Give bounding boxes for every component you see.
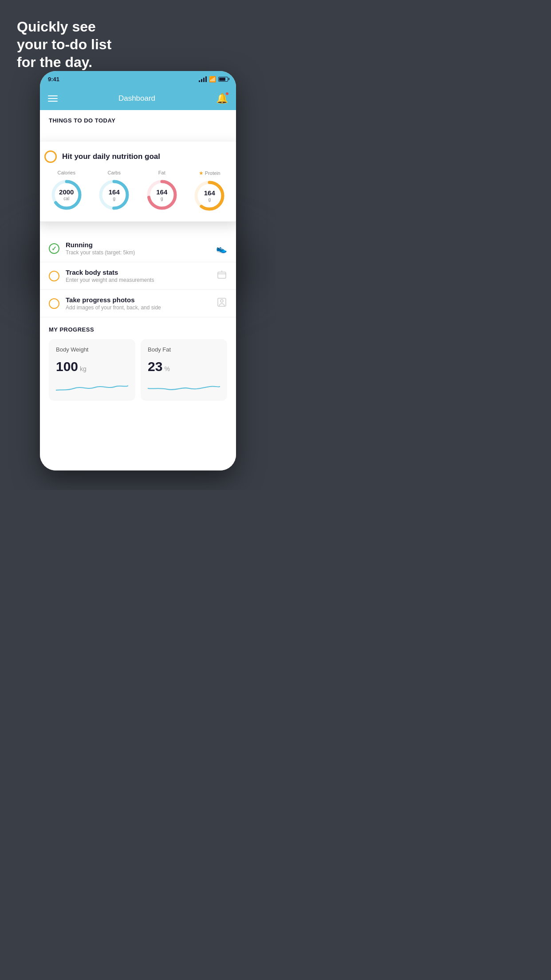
- body-stats-check-circle: [49, 271, 59, 281]
- body-fat-chart: [148, 381, 220, 394]
- carbs-donut: 164 g: [97, 178, 131, 212]
- protein-star-icon: ★: [199, 170, 204, 176]
- body-weight-value: 100: [56, 359, 78, 374]
- calories-value: 2000: [59, 189, 74, 196]
- protein-unit: g: [204, 197, 215, 202]
- progress-photos-text-block: Take progress photos Add images of your …: [66, 296, 210, 311]
- wifi-icon: 📶: [209, 76, 216, 83]
- todo-item-running[interactable]: ✓ Running Track your stats (target: 5km)…: [40, 235, 236, 262]
- phone-content: THINGS TO DO TODAY Hit your daily nutrit…: [40, 110, 236, 470]
- progress-photos-subtitle: Add images of your front, back, and side: [66, 304, 210, 311]
- running-text-block: Running Track your stats (target: 5km): [66, 241, 210, 256]
- running-check-circle: ✓: [49, 243, 59, 254]
- todo-item-progress-photos[interactable]: Take progress photos Add images of your …: [40, 290, 236, 317]
- calories-label: Calories: [58, 170, 75, 175]
- nutrition-fat: Fat 164 g: [145, 170, 179, 213]
- hero-heading: Quickly see your to-do list for the day.: [17, 18, 111, 71]
- body-weight-chart: [56, 381, 128, 394]
- progress-photos-check-circle: [49, 298, 59, 309]
- status-time: 9:41: [48, 76, 59, 83]
- protein-value: 164: [204, 190, 215, 197]
- body-weight-unit: kg: [80, 365, 87, 372]
- carbs-label: Carbs: [108, 170, 121, 175]
- calories-donut: 2000 cal: [50, 178, 83, 212]
- running-subtitle: Track your stats (target: 5km): [66, 249, 210, 256]
- body-fat-value: 23: [148, 359, 162, 374]
- fat-label: Fat: [158, 170, 165, 175]
- notification-bell-button[interactable]: 🔔: [216, 93, 228, 104]
- nutrition-protein: ★ Protein 164 g: [193, 170, 226, 213]
- body-weight-card[interactable]: Body Weight 100 kg: [49, 339, 135, 401]
- signal-icon: [199, 76, 207, 82]
- progress-cards: Body Weight 100 kg Body Fat: [49, 339, 227, 401]
- battery-icon: [218, 77, 228, 82]
- body-fat-label: Body Fat: [148, 346, 220, 353]
- body-fat-unit: %: [164, 365, 169, 372]
- body-weight-value-row: 100 kg: [56, 359, 128, 374]
- body-fat-card[interactable]: Body Fat 23 %: [141, 339, 227, 401]
- things-to-do-header: THINGS TO DO TODAY: [40, 110, 236, 128]
- nav-title: Dashboard: [118, 94, 155, 103]
- scale-icon: [216, 269, 227, 282]
- notification-dot: [225, 92, 229, 95]
- svg-rect-8: [218, 272, 226, 278]
- body-weight-label: Body Weight: [56, 346, 128, 353]
- fat-unit: g: [156, 196, 167, 201]
- phone-fade-bottom: [40, 453, 236, 470]
- protein-label: ★ Protein: [199, 170, 220, 176]
- nutrition-card-title: Hit your daily nutrition goal: [62, 152, 160, 161]
- progress-photos-title: Take progress photos: [66, 296, 210, 304]
- running-shoe-icon: 👟: [216, 243, 227, 254]
- body-stats-title: Track body stats: [66, 269, 210, 276]
- status-icons: 📶: [199, 76, 228, 83]
- nutrition-row: Calories 2000 cal: [44, 170, 232, 213]
- running-title: Running: [66, 241, 210, 249]
- phone-frame: 9:41 📶 Dashboard 🔔 TH: [40, 71, 236, 470]
- my-progress-title: MY PROGRESS: [49, 326, 227, 333]
- fat-donut: 164 g: [145, 178, 179, 212]
- nutrition-card: Hit your daily nutrition goal Calories 2: [40, 142, 236, 221]
- todo-item-body-stats[interactable]: Track body stats Enter your weight and m…: [40, 262, 236, 290]
- my-progress-section: MY PROGRESS Body Weight 100 kg: [40, 317, 236, 401]
- svg-point-12: [220, 300, 223, 302]
- carbs-unit: g: [109, 196, 120, 201]
- person-icon: [216, 297, 227, 310]
- nutrition-carbs: Carbs 164 g: [97, 170, 131, 213]
- nav-bar: Dashboard 🔔: [40, 87, 236, 110]
- carbs-value: 164: [109, 189, 120, 196]
- protein-donut: 164 g: [193, 179, 226, 213]
- fat-value: 164: [156, 189, 167, 196]
- body-stats-subtitle: Enter your weight and measurements: [66, 277, 210, 283]
- body-stats-text-block: Track body stats Enter your weight and m…: [66, 269, 210, 283]
- status-bar: 9:41 📶: [40, 71, 236, 87]
- calories-unit: cal: [59, 196, 74, 201]
- nutrition-check-circle[interactable]: [44, 150, 57, 163]
- body-fat-value-row: 23 %: [148, 359, 220, 374]
- menu-button[interactable]: [48, 95, 58, 102]
- nutrition-calories: Calories 2000 cal: [50, 170, 83, 213]
